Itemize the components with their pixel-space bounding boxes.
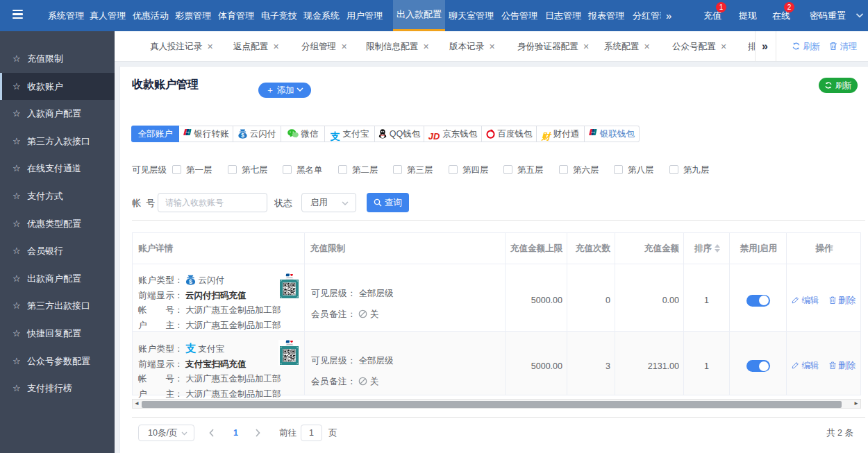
svg-text:$: $ (241, 133, 244, 139)
svg-text:$: $ (189, 278, 192, 285)
